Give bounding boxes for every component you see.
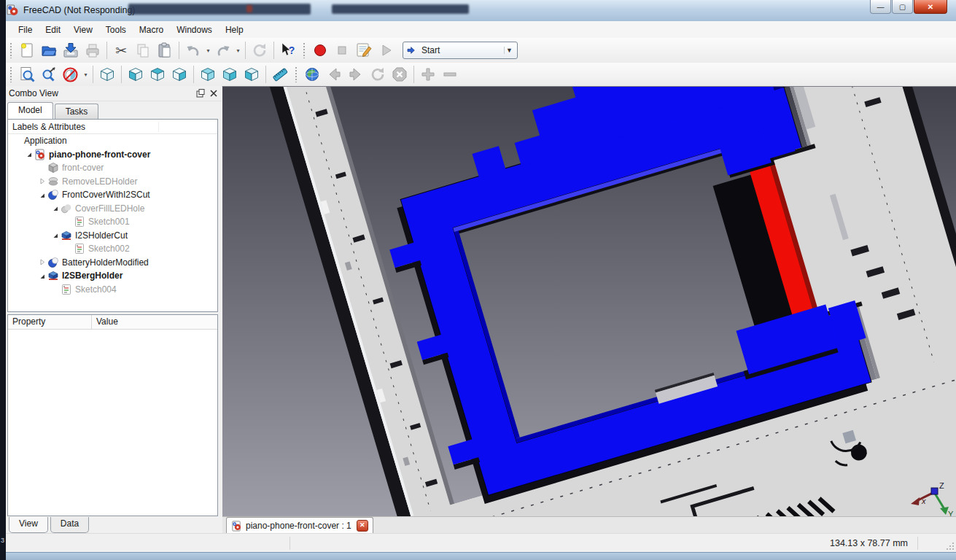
tab-view[interactable]: View (9, 517, 48, 533)
new-document-button[interactable] (17, 41, 37, 60)
save-document-icon (62, 42, 79, 59)
whats-this-button[interactable] (278, 41, 298, 60)
view-left-button[interactable] (241, 65, 262, 84)
measure-distance-button[interactable] (270, 65, 290, 84)
menu-help[interactable]: Help (219, 23, 250, 37)
expander-expanded[interactable] (52, 232, 61, 238)
paste-button[interactable] (155, 41, 175, 60)
3d-viewport-canvas[interactable]: x Y Z (222, 87, 956, 516)
close-document-icon[interactable]: ✕ (357, 520, 368, 532)
tab-data[interactable]: Data (50, 517, 89, 533)
minimize-button[interactable]: — (870, 0, 891, 14)
3d-viewport[interactable]: x Y Z (222, 86, 956, 516)
cut-blue-icon (47, 189, 59, 201)
view-rear-button[interactable] (198, 65, 218, 84)
zoom-out-button[interactable] (440, 65, 460, 84)
nav-back-button[interactable] (324, 65, 344, 84)
nav-forward-button[interactable] (346, 65, 366, 84)
value-column-header: Value (92, 315, 217, 329)
tree-item-application[interactable]: Application (8, 134, 217, 148)
document-tab[interactable]: piano-phone-front-cover : 1 ✕ (226, 517, 373, 534)
resize-grip[interactable] (945, 541, 955, 551)
menu-file[interactable]: File (12, 23, 39, 37)
open-browser-icon (303, 66, 321, 83)
tree-header-label: Labels & Attributes (8, 122, 159, 132)
print-button[interactable] (82, 41, 103, 60)
expander-collapsed[interactable] (39, 178, 47, 184)
tab-tasks[interactable]: Tasks (55, 104, 99, 119)
toolbar-grip (9, 42, 13, 58)
zoom-selection-button[interactable] (39, 65, 59, 84)
tree-item-label: piano-phone-front-cover (49, 149, 150, 160)
cut-button[interactable] (111, 41, 131, 60)
undo-button[interactable] (183, 41, 203, 60)
expander-expanded[interactable] (26, 151, 34, 158)
tree-item-sketch004[interactable]: Sketch004 (8, 283, 217, 297)
float-panel-icon[interactable] (195, 88, 206, 98)
open-document-button[interactable] (39, 41, 59, 60)
status-separator (917, 537, 918, 550)
macro-play-button[interactable] (376, 41, 396, 60)
tree-item-removeledholder[interactable]: RemoveLEDHolder (8, 175, 217, 189)
view-bottom-button[interactable] (219, 65, 240, 84)
expander-collapsed[interactable] (39, 259, 47, 265)
close-button[interactable]: ✕ (914, 0, 947, 14)
toolbar-separator (413, 66, 414, 83)
zoom-in-button[interactable] (418, 65, 438, 84)
copy-button[interactable] (133, 41, 153, 60)
tree-item-i2sholdercut[interactable]: I2SHolderCut (8, 229, 217, 243)
tree-item-i2sbergholder[interactable]: I2SBergHolder (8, 269, 217, 283)
tree-item-label: Sketch002 (88, 244, 130, 254)
view-top-button[interactable] (147, 65, 168, 84)
macro-play-icon (377, 42, 395, 59)
fit-all-button[interactable] (17, 65, 37, 84)
view-left-icon (243, 66, 260, 83)
undo-dropdown[interactable]: ▾ (204, 47, 212, 54)
expander-expanded[interactable] (52, 205, 61, 211)
solid-gray-icon (47, 162, 59, 174)
new-document-icon (18, 42, 36, 59)
maximize-button[interactable]: ▢ (892, 0, 913, 14)
expander-expanded[interactable] (39, 192, 47, 198)
expander-expanded[interactable] (39, 273, 47, 279)
menu-view[interactable]: View (67, 23, 99, 37)
draw-style-button[interactable] (61, 65, 81, 84)
close-panel-icon[interactable] (209, 88, 219, 98)
macro-stop-button[interactable] (332, 41, 352, 60)
tree-item-batteryholdermodified[interactable]: BatteryHolderModified (8, 256, 217, 270)
menu-windows[interactable]: Windows (170, 23, 219, 37)
nav-stop-button[interactable] (389, 65, 410, 84)
macro-edit-button[interactable] (354, 41, 374, 60)
menu-macro[interactable]: Macro (133, 23, 170, 37)
nav-refresh-button[interactable] (368, 65, 388, 84)
freecad-window: ✂ ? (0, 0, 956, 560)
view-axonometric-button[interactable] (97, 65, 117, 84)
menu-tools[interactable]: Tools (99, 23, 133, 37)
redo-button[interactable] (213, 41, 233, 60)
macro-record-button[interactable] (310, 41, 330, 60)
refresh-button[interactable] (249, 41, 270, 60)
expander-spacer (39, 165, 47, 171)
view-right-button[interactable] (169, 65, 190, 84)
tree-item-label: RemoveLEDHolder (62, 176, 137, 187)
toolbar-grip (303, 42, 306, 58)
tree-item-piano-phone-front-cover[interactable]: piano-phone-front-cover (8, 148, 217, 162)
tree-item-sketch002[interactable]: Sketch002 (8, 242, 217, 256)
property-editor: Property Value (7, 314, 218, 516)
nav-stop-icon (391, 66, 408, 83)
print-icon (84, 42, 101, 59)
draw-style-icon (62, 66, 79, 83)
tree-item-sketch001[interactable]: Sketch001 (8, 215, 217, 229)
workbench-selector[interactable]: Start ▼ (403, 42, 518, 59)
menu-edit[interactable]: Edit (39, 23, 67, 37)
draw-style-dropdown[interactable]: ▾ (82, 71, 90, 78)
tree-item-front-cover[interactable]: front-cover (8, 161, 217, 175)
open-browser-button[interactable] (302, 65, 322, 84)
save-document-button[interactable] (61, 41, 81, 60)
view-front-button[interactable] (125, 65, 146, 84)
tree-item-coverfillledhole[interactable]: CoverFillLEDHole (8, 202, 217, 216)
tree-item-frontcoverwithi2scut[interactable]: FrontCoverWithI2SCut (8, 188, 217, 202)
tab-model[interactable]: Model (7, 102, 53, 119)
expander-spacer (52, 286, 61, 292)
redo-dropdown[interactable]: ▾ (234, 47, 242, 54)
